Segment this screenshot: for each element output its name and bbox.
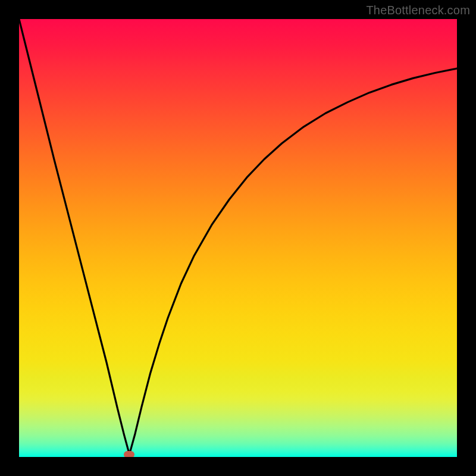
plot-area bbox=[19, 19, 457, 457]
bottleneck-curve bbox=[19, 19, 457, 455]
curve-svg bbox=[19, 19, 457, 457]
watermark-text: TheBottleneck.com bbox=[366, 4, 470, 17]
chart-frame: TheBottleneck.com bbox=[0, 0, 476, 476]
optimal-point-marker bbox=[124, 451, 134, 457]
